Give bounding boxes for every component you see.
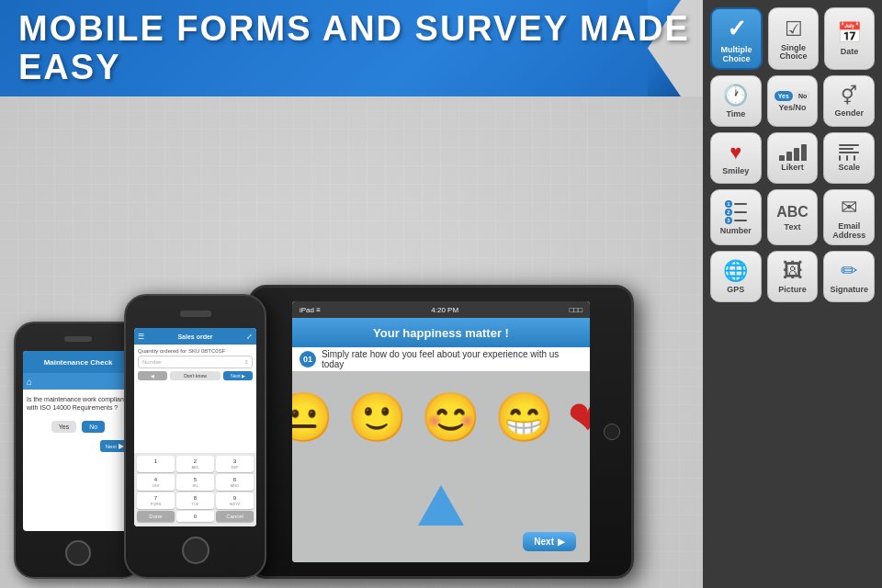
key-1[interactable]: 1 [137, 456, 175, 472]
yes-button[interactable]: Yes [51, 421, 76, 433]
multiple-choice-label: MultipleChoice [721, 46, 752, 64]
number-label: Number [720, 227, 752, 236]
question-text: Simply rate how do you feel about your e… [322, 349, 582, 369]
tool-smiley[interactable]: ♥ Smiley [710, 132, 762, 184]
sidebar-row-5: 🌐 GPS 🖼 Picture ✏ Signature [710, 251, 875, 302]
key-2[interactable]: 2ABC [176, 456, 214, 472]
ipad-header: Your happiness matter ! [292, 318, 590, 347]
step-3 [794, 148, 799, 161]
smiley-label: Smiley [722, 167, 749, 176]
back-btn[interactable]: ◀ [138, 371, 167, 380]
emoji-neutral: 😐 [292, 390, 334, 446]
key-5[interactable]: 5JKL [176, 474, 214, 491]
key-4[interactable]: 4GHI [137, 474, 175, 491]
key-7[interactable]: 7PQRS [137, 492, 175, 509]
question-number: 01 [300, 351, 316, 368]
ipad-status-bar: iPad ≡ 4:20 PM □□□ [292, 301, 590, 318]
heart-icon: ❤ [568, 390, 590, 446]
tool-yes-no[interactable]: Yes No Yes/No [767, 75, 819, 127]
keypad-row-1: 1 2ABC 3DEF [137, 456, 254, 472]
no-button[interactable]: No [82, 421, 105, 433]
time-label: Time [726, 110, 745, 119]
num-line-1 [734, 203, 747, 205]
ipad-next-button[interactable]: Next ▶ [523, 532, 576, 551]
iphone-left: Maintenance Check ⌂ Is the maintenance w… [14, 322, 142, 579]
key-9[interactable]: 9WXYZ [216, 492, 254, 509]
tool-gps[interactable]: 🌐 GPS [710, 251, 762, 302]
dontknow-btn[interactable]: Don't know [170, 371, 221, 380]
tool-date[interactable]: 📅 Date [824, 7, 875, 70]
next-arrow-icon: ▶ [558, 537, 565, 547]
iphone-mid-home-btn[interactable] [182, 537, 209, 564]
gps-label: GPS [727, 286, 744, 295]
triangle-indicator [418, 485, 464, 526]
emoji-smile: 🙂 [347, 390, 407, 446]
single-choice-label: SingleChoice [779, 44, 807, 62]
sales-top-bar: ☰ Sales order ⤢ [134, 328, 256, 345]
key-done[interactable]: Done [137, 511, 175, 522]
tool-gender[interactable]: ⚥ Gender [823, 75, 875, 127]
emoji-area: 😐 🙂 😊 😁 ❤ [292, 371, 590, 459]
maintenance-screen: Maintenance Check ⌂ Is the maintenance w… [23, 351, 133, 531]
key-8[interactable]: 8TUV [176, 492, 214, 509]
checkbox-icon: ☑ [785, 17, 803, 41]
house-icon: ⌂ [27, 377, 32, 387]
key-cancel[interactable]: Cancel [216, 511, 254, 522]
ipad-screen: iPad ≡ 4:20 PM □□□ Your happiness matter… [292, 301, 590, 562]
field-label: Quantity ordered for SKU 0BTC0SF [138, 348, 253, 354]
picture-label: Picture [778, 286, 807, 295]
scale-line-3 [839, 152, 859, 153]
emoji-big-smile: 😊 [421, 390, 481, 446]
tool-scale[interactable]: Scale [823, 132, 875, 184]
tool-email-address[interactable]: ✉ EmailAddress [823, 189, 875, 245]
iphone-left-screen: Maintenance Check ⌂ Is the maintenance w… [23, 351, 133, 531]
ipad-right-status: □□□ [569, 306, 582, 314]
num-3: 3 [725, 217, 732, 224]
devices-area: Maintenance Check ⌂ Is the maintenance w… [0, 96, 648, 588]
gender-icon: ⚥ [841, 85, 857, 107]
checkmark-icon: ✓ [727, 15, 747, 43]
keypad-row-4: Done 0 Cancel [137, 511, 254, 522]
maintenance-nav-bar: ⌂ [23, 373, 133, 390]
sidebar-row-4: 1 2 3 Number ABC Text [710, 189, 875, 245]
maintenance-question: Is the maintenance work compliant with I… [23, 390, 133, 417]
ipad-home-btn[interactable] [604, 424, 620, 440]
ipad-time: 4:20 PM [431, 306, 458, 314]
picture-icon: 🖼 [783, 259, 803, 283]
ipad-left-status: iPad ≡ [300, 306, 321, 314]
next-btn[interactable]: Next ▶ [223, 371, 253, 380]
ipad: iPad ≡ 4:20 PM □□□ Your happiness matter… [248, 285, 634, 579]
key-3[interactable]: 3DEF [216, 456, 254, 472]
tool-multiple-choice[interactable]: ✓ MultipleChoice [710, 7, 763, 70]
banner-title: MOBILE FORMS AND SURVEY MADE EASY [18, 10, 703, 87]
signature-icon: ✏ [841, 259, 857, 283]
email-icon: ✉ [841, 196, 857, 220]
emoji-grin: 😁 [494, 390, 554, 446]
tool-number[interactable]: 1 2 3 Number [710, 189, 762, 245]
key-6[interactable]: 6MNO [216, 474, 254, 491]
likert-label: Likert [781, 164, 804, 173]
text-label: Text [785, 223, 801, 232]
signature-label: Signature [830, 286, 868, 295]
tool-picture[interactable]: 🖼 Picture [767, 251, 819, 302]
iphone-mid-screen: ☰ Sales order ⤢ Quantity ordered for SKU… [134, 328, 256, 526]
heart-smiley-icon: ♥ [729, 141, 741, 164]
right-sidebar: ✓ MultipleChoice ☑ SingleChoice 📅 Date 🕐… [703, 0, 882, 588]
tool-signature[interactable]: ✏ Signature [823, 251, 875, 302]
iphone-left-home-btn[interactable] [65, 540, 91, 566]
tool-single-choice[interactable]: ☑ SingleChoice [768, 7, 819, 70]
key-0[interactable]: 0 [176, 511, 214, 522]
keypad-row-2: 4GHI 5JKL 6MNO [137, 474, 254, 491]
scale-icon [839, 144, 859, 161]
tool-time[interactable]: 🕐 Time [710, 75, 762, 127]
tool-text[interactable]: ABC Text [767, 189, 819, 245]
num-row-1: 1 [725, 200, 747, 208]
email-address-label: EmailAddress [832, 222, 865, 241]
ipad-question-bar: 01 Simply rate how do you feel about you… [292, 347, 590, 371]
scale-label: Scale [838, 164, 860, 173]
yes-no-icon: Yes No [775, 91, 810, 101]
number-input[interactable]: Number ≡ [138, 356, 253, 368]
tool-likert[interactable]: Likert [767, 132, 819, 184]
maintenance-title: Maintenance Check [28, 358, 128, 367]
maintenance-top-bar: Maintenance Check [23, 351, 133, 373]
